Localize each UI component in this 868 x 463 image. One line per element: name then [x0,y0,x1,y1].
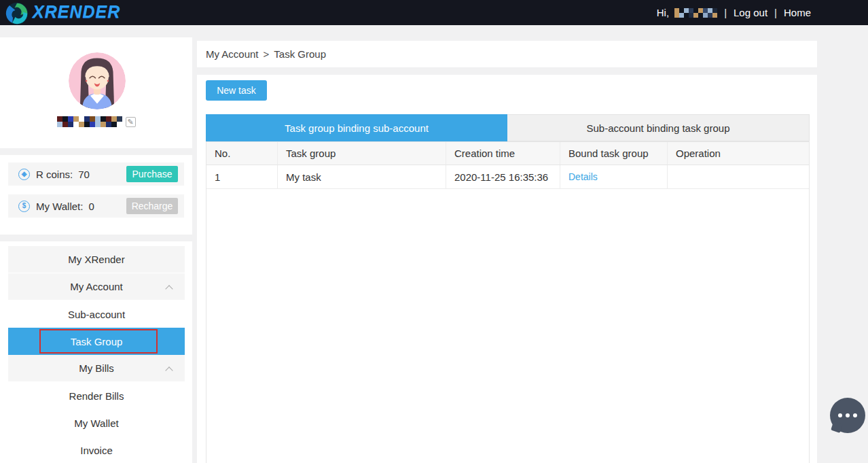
sidebar-item-label: Invoice [80,445,113,456]
profile-panel: ✎ [0,37,192,148]
cell-creation-time: 2020-11-25 16:35:36 [446,165,560,188]
separator: | [774,7,777,18]
separator: | [724,7,727,18]
rcoin-icon: ◈ [18,169,30,180]
column-header-creation-time: Creation time [446,142,560,165]
home-link[interactable]: Home [784,7,811,18]
details-link[interactable]: Details [568,171,598,182]
cell-no: 1 [206,165,278,188]
cell-operation [668,165,809,188]
wallet-label: My Wallet: [36,201,83,212]
sidebar-item-my-wallet[interactable]: My Wallet [8,409,185,436]
masked-username [674,8,717,18]
sidebar-item-task-group[interactable]: Task Group [8,328,185,355]
task-group-table: No. Task group Creation time Bound task … [206,141,810,463]
sidebar-item-my-account[interactable]: My Account [8,273,185,301]
rcoins-value: 70 [78,169,90,180]
xrender-app: XRENDER Hi, | Log out | Home [0,0,868,463]
balance-panel: ◈ R coins: 70 Purchase $ My Wallet: 0 Re… [0,155,192,235]
sidebar-item-my-bills[interactable]: My Bills [8,355,185,382]
wallet-icon: $ [18,201,30,212]
tab-task-group-binding-sub-account[interactable]: Task group binding sub-account [206,114,507,141]
logout-link[interactable]: Log out [734,7,767,18]
column-header-bound-task-group: Bound task group [560,142,668,165]
breadcrumb-separator: > [264,48,270,60]
main-content-panel: New task Task group binding sub-account … [197,75,817,463]
sidebar-item-sub-account[interactable]: Sub-account [8,301,185,328]
breadcrumb-current: Task Group [274,48,326,60]
sidebar-item-label: Task Group [71,336,123,347]
purchase-button[interactable]: Purchase [126,166,178,182]
brand[interactable]: XRENDER [5,1,120,25]
table-row: 1 My task 2020-11-25 16:35:36 Details [206,165,809,189]
chevron-up-icon [166,285,173,291]
brand-title: XRENDER [33,2,120,22]
avatar [69,52,126,109]
table-header-row: No. Task group Creation time Bound task … [206,141,809,165]
sidebar-item-render-bills[interactable]: Render Bills [8,382,185,409]
rcoins-label: R coins: [36,169,73,180]
chat-widget-button[interactable] [830,398,865,433]
rcoins-row: ◈ R coins: 70 Purchase [8,162,184,186]
top-header-bar: XRENDER Hi, | Log out | Home [0,0,868,25]
recharge-button[interactable]: Recharge [126,198,178,214]
sidebar-item-label: My XRender [68,254,124,265]
sidebar-menu: My XRender My Account Sub-account Task G… [0,241,192,463]
breadcrumb: My Account > Task Group [197,41,817,67]
sidebar-item-invoice[interactable]: Invoice [8,436,185,463]
sidebar-item-my-xrender[interactable]: My XRender [8,246,185,273]
cell-task-group: My task [278,165,446,188]
sidebar-item-label: My Bills [79,362,114,374]
chat-dots-icon [830,398,865,433]
tab-sub-account-binding-task-group[interactable]: Sub-account binding task group [507,114,810,141]
profile-username-row: ✎ [0,116,192,127]
breadcrumb-parent[interactable]: My Account [206,48,259,60]
tab-bar: Task group binding sub-account Sub-accou… [206,114,810,141]
sidebar-item-label: Render Bills [69,390,124,402]
column-header-operation: Operation [668,142,809,165]
sidebar-item-label: My Wallet [74,417,118,429]
column-header-no: No. [206,142,278,165]
masked-username [57,116,122,127]
xrender-logo-icon [5,2,29,25]
wallet-value: 0 [88,201,94,212]
sidebar-item-label: Sub-account [68,309,125,320]
wallet-row: $ My Wallet: 0 Recharge [8,194,184,218]
header-user-area: Hi, | Log out | Home [657,0,811,25]
column-header-task-group: Task group [278,142,446,165]
chevron-up-icon [166,366,173,373]
new-task-button[interactable]: New task [206,80,267,101]
edit-username-icon[interactable]: ✎ [126,117,136,127]
sidebar-item-label: My Account [70,281,123,292]
greeting-text: Hi, [657,7,669,18]
